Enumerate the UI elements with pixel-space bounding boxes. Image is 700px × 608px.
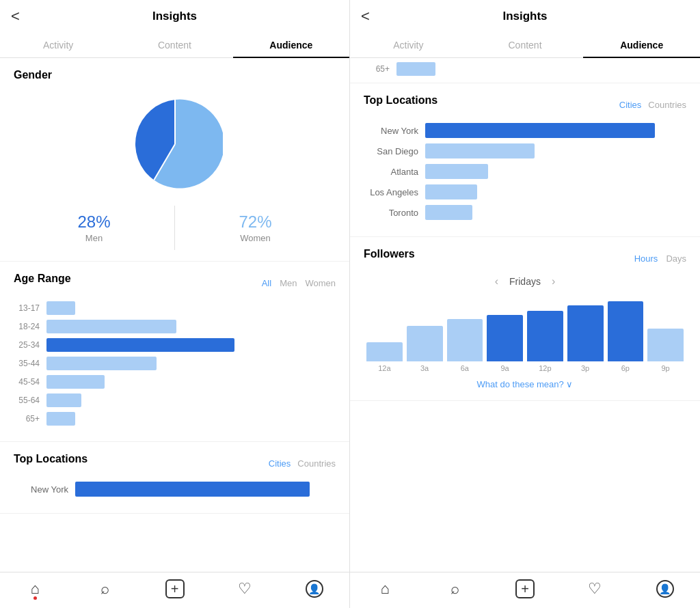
prev-day-button[interactable]: ‹ [495,275,498,288]
right-locations-title: Top Locations [364,94,438,107]
left-age-bar-row: 35-44 [14,357,336,370]
left-age-bar-fill [46,320,176,333]
right-nav-heart[interactable]: ♡ [560,579,630,598]
followers-filter-days[interactable]: Days [666,253,686,264]
left-location-newyork: New York [14,482,336,497]
left-tab-content[interactable]: Content [116,33,232,57]
right-nav-home[interactable]: ⌂ [350,579,420,598]
left-back-button[interactable]: < [11,8,20,25]
left-tab-audience[interactable]: Audience [233,33,349,57]
right-nav-add[interactable]: + [490,579,560,598]
right-loc-filter-cities[interactable]: Cities [619,100,642,110]
right-nav-profile[interactable]: 👤 [630,579,700,598]
followers-bar-label: 9p [662,364,670,372]
right-nav-search[interactable]: ⌕ [420,579,489,598]
followers-bar-label: 9a [501,364,509,372]
right-back-button[interactable]: < [361,8,370,25]
left-age-bar-row: 25-34 [14,338,336,352]
right-add-icon: + [515,579,535,598]
left-age-bar-fill [46,412,75,426]
right-location-bar-row: New York [364,123,686,138]
age-bars: 13-1718-2425-3435-4445-5455-6465+ [14,301,336,426]
followers-bar-fill [366,342,403,361]
right-header: < Insights [350,0,700,33]
age-range-header: Age Range All Men Women [14,273,336,293]
age-filter-women[interactable]: Women [305,278,336,288]
gender-labels: 28% Men 72% Women [14,206,336,250]
right-location-bar-fill [425,205,472,220]
women-name: Women [175,233,336,243]
right-panel: < Insights Activity Content Audience 65+… [350,0,700,608]
left-age-bar-fill [46,393,81,407]
followers-bar-col: 9a [487,297,523,372]
left-age-bar-bg [46,393,336,407]
right-tab-audience[interactable]: Audience [583,33,700,57]
right-location-bars: New YorkSan DiegoAtlantaLos AngelesToron… [364,123,686,220]
followers-bar-fill [487,315,523,361]
followers-filter-hours[interactable]: Hours [634,253,658,264]
right-top-locations-section: Top Locations Cities Countries New YorkS… [350,83,700,237]
next-day-button[interactable]: › [552,275,555,288]
right-home-icon: ⌂ [381,580,390,598]
followers-bar-label: 12a [378,364,390,372]
left-nav-profile[interactable]: 👤 [280,579,349,598]
right-age-mini-row: 65+ [364,62,686,76]
gender-chart-container: 28% Men 72% Women [14,89,336,250]
left-age-bar-fill [46,301,75,315]
age-filter-all[interactable]: All [262,278,271,288]
left-age-bar-bg [46,301,336,315]
left-age-bar-row: 55-64 [14,393,336,407]
left-loc-filter-countries[interactable]: Countries [297,458,336,469]
left-loc-filter-cities[interactable]: Cities [269,458,291,469]
left-nav-heart[interactable]: ♡ [210,579,280,598]
left-age-bar-label: 25-34 [14,340,40,350]
right-location-name: New York [364,126,418,136]
gender-section: Gender [0,58,349,262]
left-loc-bar-fill-newyork [75,482,310,497]
age-filter: All Men Women [262,278,336,288]
left-tab-activity[interactable]: Activity [0,33,116,57]
right-location-bar-fill [425,184,477,199]
right-loc-filter-countries[interactable]: Countries [648,100,686,110]
right-tab-activity[interactable]: Activity [350,33,467,57]
followers-bar-fill [407,326,443,361]
right-location-bar-bg [425,205,686,220]
followers-header-row: Followers Hours Days [364,248,686,268]
left-locations-title: Top Locations [14,453,88,465]
left-age-bar-label: 18-24 [14,322,40,331]
right-location-bar-fill [425,123,655,138]
left-nav-home[interactable]: ⌂ [0,579,70,598]
right-location-bar-bg [425,184,686,199]
followers-bar-fill [608,301,644,361]
right-location-bar-row: Los Angeles [364,184,686,199]
age-filter-men[interactable]: Men [280,278,297,288]
right-tabs: Activity Content Audience [350,33,700,58]
left-title: Insights [152,10,197,23]
right-tab-content[interactable]: Content [467,33,584,57]
add-icon: + [165,579,185,598]
women-label: 72% Women [175,206,336,250]
followers-time-filter: Hours Days [634,253,686,264]
followers-bar-label: 6p [621,364,630,372]
left-age-bar-row: 45-54 [14,375,336,389]
right-search-icon: ⌕ [450,580,459,598]
left-age-bar-fill [46,338,234,352]
left-age-bar-fill [46,357,157,370]
men-percent: 28% [14,212,174,232]
left-nav-add[interactable]: + [139,579,209,598]
followers-bar-col: 9p [647,297,684,372]
left-nav-search[interactable]: ⌕ [70,579,139,598]
followers-title: Followers [364,248,415,260]
left-tabs: Activity Content Audience [0,33,349,58]
followers-bar-col: 3a [407,297,443,372]
left-loc-bar-newyork [75,482,336,497]
left-bottom-nav: ⌂ ⌕ + ♡ 👤 [0,572,349,608]
search-icon: ⌕ [100,580,109,598]
right-location-name: Atlanta [364,167,418,177]
left-age-bar-bg [46,320,336,333]
right-heart-icon: ♡ [588,580,602,598]
followers-section: Followers Hours Days ‹ Fridays › 12a3a6a… [350,237,700,401]
right-age-mini-label: 65+ [364,64,390,74]
what-mean-link[interactable]: What do these mean? ∨ [364,379,686,389]
home-icon: ⌂ [30,580,39,598]
